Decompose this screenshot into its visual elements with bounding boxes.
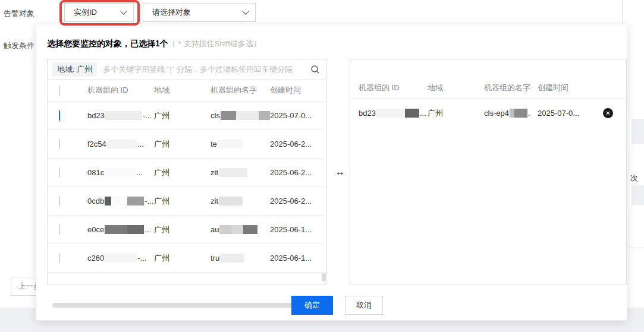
dialog-title-hint: （＊支持按住Shift键多选） [168, 39, 261, 48]
machine-group-id: bd23 [359, 109, 376, 118]
source-table-panel: 地域: 广州 多个关键字用竖线 "|" 分隔，多个过滤标签用回车键分隔 机器组的… [47, 59, 326, 284]
vertical-scrollbar-thumb[interactable] [322, 273, 326, 282]
column-header: 创建时间 [270, 85, 326, 96]
background-block [632, 185, 644, 205]
region-cell: 广州 [428, 108, 484, 119]
machine-group-id: 081c [87, 168, 104, 177]
row-checkbox[interactable] [59, 167, 60, 178]
column-header: 机器组的名字 [211, 85, 270, 96]
redacted-text [107, 140, 137, 148]
region-cell: 广州 [154, 196, 211, 207]
redacted-text [105, 225, 144, 234]
redacted-text [105, 168, 136, 177]
machine-group-id: bd23 [87, 111, 105, 120]
selected-row: bd23... 广州 cls-ep4. 2025-07-0... ✕ [350, 99, 626, 128]
machine-group-name: te [211, 140, 217, 148]
source-table-header: 机器组的 ID 地域 机器组的名字 创建时间 [48, 80, 326, 102]
machine-group-id: ... [136, 168, 143, 177]
machine-group-name: zit [211, 168, 218, 177]
trigger-condition-label: 触发条件 [4, 40, 34, 51]
machine-group-id: -... [144, 197, 153, 205]
redacted-text [510, 109, 527, 118]
machine-group-name: au [211, 225, 219, 234]
table-row[interactable]: 081c... 广州 zit 2025-06-2... [48, 159, 326, 187]
dialog-title: 选择您要监控的对象，已选择1个（＊支持按住Shift键多选） [47, 39, 261, 49]
region-cell: 广州 [154, 167, 211, 178]
created-time: 2025-06-2... [270, 168, 326, 177]
machine-group-id: -... [137, 254, 146, 263]
row-checkbox[interactable] [59, 253, 60, 263]
machine-group-name: tru [211, 254, 219, 263]
select-monitor-object-dialog: 选择您要监控的对象，已选择1个（＊支持按住Shift键多选） 地域: 广州 多个… [36, 24, 627, 321]
chevron-down-icon [120, 8, 127, 14]
column-header: 机器组的 ID [350, 83, 428, 93]
machine-group-id: ... [144, 225, 151, 234]
table-row[interactable]: bd23-... 广州 cls 2025-07-0... [48, 102, 326, 130]
selected-table-panel: 机器组的 ID 地域 机器组的名字 创建时间 bd23... 广州 cls-ep… [350, 59, 627, 284]
transfer-arrow-icon: ↔ [335, 167, 345, 178]
created-time: 2025-06-1... [270, 225, 326, 234]
table-row[interactable]: f2c54... 广州 te 2025-06-2... [48, 130, 326, 159]
confirm-button[interactable]: 确定 [291, 296, 333, 315]
machine-group-id: -... [143, 111, 152, 120]
machine-group-name: cls [211, 111, 220, 120]
column-header: 机器组的名字 [484, 83, 538, 93]
remove-icon[interactable]: ✕ [603, 108, 613, 118]
machine-group-id: f2c54 [87, 140, 106, 148]
table-row[interactable]: e0ce... 广州 au 2025-06-1... [48, 216, 326, 244]
object-select[interactable]: 请选择对象 [143, 3, 256, 22]
redacted-text [105, 254, 137, 263]
created-time: 2025-07-0... [270, 111, 326, 120]
instance-type-select[interactable]: 实例ID [64, 3, 134, 22]
column-header: 地域 [154, 85, 211, 96]
machine-group-name: . [528, 109, 530, 118]
region-cell: 广州 [154, 110, 211, 121]
redacted-text [220, 254, 244, 263]
horizontal-scrollbar[interactable] [52, 303, 314, 308]
machine-group-id: 0cdb [87, 197, 104, 205]
table-row[interactable]: c260-... 广州 tru 2025-06-1... [48, 244, 326, 273]
row-checkbox[interactable] [59, 196, 60, 206]
table-row[interactable]: 0cdb-... 广州 zit 2025-06-2... [48, 187, 326, 216]
redacted-text [219, 197, 243, 205]
machine-group-id: e0ce [87, 225, 104, 234]
machine-group-id: ... [137, 140, 144, 148]
region-filter-tag[interactable]: 地域: 广州 [52, 62, 97, 77]
machine-group-id: c260 [87, 254, 104, 263]
machine-group-id: ... [420, 109, 426, 118]
search-input[interactable]: 多个关键字用竖线 "|" 分隔，多个过滤标签用回车键分隔 [103, 64, 310, 75]
column-header: 机器组的 ID [87, 85, 154, 96]
column-header: 地域 [428, 83, 484, 93]
machine-group-name: cls-ep4 [484, 109, 509, 118]
redacted-text [218, 140, 243, 148]
cancel-button[interactable]: 取消 [345, 296, 383, 315]
background-block [632, 119, 644, 144]
redacted-text [105, 111, 142, 120]
machine-group-name: zit [211, 197, 218, 205]
row-checkbox[interactable] [59, 110, 60, 121]
instance-type-value: 实例ID [74, 7, 97, 18]
created-time: 2025-07-0... [538, 109, 596, 118]
search-icon[interactable] [310, 65, 320, 74]
dialog-title-text: 选择您要监控的对象，已选择1个 [47, 39, 168, 48]
alarm-object-label: 告警对象 [4, 8, 34, 19]
select-all-checkbox[interactable] [59, 86, 60, 96]
redacted-text [219, 168, 247, 177]
column-header: 创建时间 [538, 83, 596, 93]
created-time: 2025-06-1... [270, 254, 326, 263]
redacted-text [219, 225, 257, 234]
region-cell: 广州 [154, 225, 211, 235]
redacted-text [376, 109, 419, 118]
redacted-text [221, 111, 270, 120]
unit-text: 次 [630, 173, 638, 184]
row-checkbox[interactable] [59, 225, 60, 235]
created-time: 2025-06-2... [270, 197, 326, 205]
selected-table-header: 机器组的 ID 地域 机器组的名字 创建时间 [350, 77, 626, 99]
object-select-placeholder: 请选择对象 [152, 7, 191, 18]
chevron-down-icon [242, 8, 249, 14]
created-time: 2025-06-2... [270, 140, 326, 148]
row-checkbox[interactable] [59, 139, 60, 149]
region-cell: 广州 [154, 253, 211, 264]
redacted-text [105, 197, 144, 205]
search-bar[interactable]: 地域: 广州 多个关键字用竖线 "|" 分隔，多个过滤标签用回车键分隔 [48, 59, 326, 80]
